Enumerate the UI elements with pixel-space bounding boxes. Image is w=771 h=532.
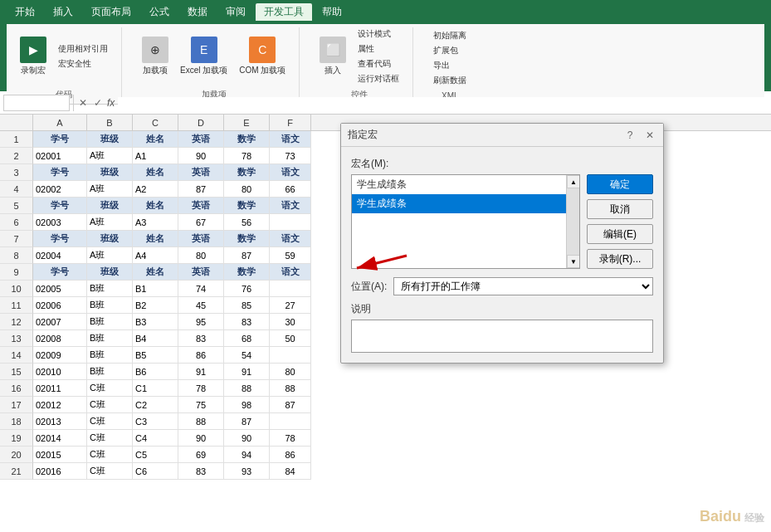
- cell-6-C[interactable]: A3: [133, 214, 178, 231]
- tab-layout[interactable]: 页面布局: [83, 3, 139, 21]
- cell-17-F[interactable]: 87: [270, 397, 311, 413]
- cell-3-F[interactable]: 语文: [270, 164, 311, 181]
- cell-4-C[interactable]: A2: [133, 181, 178, 198]
- cell-11-D[interactable]: 45: [178, 297, 224, 314]
- view-code-btn[interactable]: 查看代码: [354, 57, 403, 71]
- cell-21-F[interactable]: 84: [270, 463, 311, 480]
- cell-8-A[interactable]: 02004: [33, 247, 87, 264]
- cell-16-F[interactable]: 88: [270, 380, 311, 397]
- cell-7-F[interactable]: 语文: [270, 231, 311, 247]
- design-mode-btn[interactable]: 设计模式: [354, 27, 403, 41]
- dialog-help-btn[interactable]: ?: [623, 129, 637, 142]
- cell-7-D[interactable]: 英语: [178, 231, 224, 247]
- run-dialog-btn[interactable]: 运行对话框: [354, 72, 403, 85]
- location-select[interactable]: 所有打开的工作簿: [393, 277, 653, 295]
- table-row[interactable]: 02011C班C1788888: [33, 380, 771, 397]
- cell-18-C[interactable]: C3: [133, 413, 178, 430]
- cell-19-C[interactable]: C4: [133, 430, 178, 447]
- cell-15-C[interactable]: B6: [133, 364, 178, 380]
- cell-12-F[interactable]: 30: [270, 314, 311, 330]
- cell-21-E[interactable]: 93: [224, 463, 270, 480]
- cell-17-B[interactable]: C班: [87, 397, 133, 413]
- cancel-button[interactable]: 取消: [587, 199, 653, 219]
- cell-9-C[interactable]: 姓名: [133, 264, 178, 281]
- cell-6-F[interactable]: [270, 214, 311, 231]
- excel-addins-btn[interactable]: E Excel 加载项: [177, 35, 231, 78]
- dialog-close-btn[interactable]: ✕: [643, 129, 656, 142]
- cell-2-F[interactable]: 73: [270, 148, 311, 164]
- properties-btn[interactable]: 属性: [354, 42, 403, 56]
- cell-13-C[interactable]: B4: [133, 330, 178, 347]
- cell-19-F[interactable]: 78: [270, 430, 311, 447]
- cell-10-C[interactable]: B1: [133, 281, 178, 297]
- cell-19-D[interactable]: 90: [178, 430, 224, 447]
- macro-list-box[interactable]: 学生成绩条学生成绩条 ▲ ▼: [351, 174, 580, 269]
- cell-9-D[interactable]: 英语: [178, 264, 224, 281]
- cell-13-F[interactable]: 50: [270, 330, 311, 347]
- cell-2-E[interactable]: 78: [224, 148, 270, 164]
- table-row[interactable]: 02016C班C6839384: [33, 463, 771, 480]
- col-header-a[interactable]: A: [33, 115, 87, 130]
- xml-source-btn[interactable]: 初始隔离: [430, 29, 470, 42]
- cell-15-A[interactable]: 02010: [33, 364, 87, 380]
- cell-21-B[interactable]: C班: [87, 463, 133, 480]
- cell-3-E[interactable]: 数学: [224, 164, 270, 181]
- cell-5-C[interactable]: 姓名: [133, 198, 178, 214]
- cell-11-E[interactable]: 85: [224, 297, 270, 314]
- cell-19-A[interactable]: 02014: [33, 430, 87, 447]
- cell-13-A[interactable]: 02008: [33, 330, 87, 347]
- cell-5-B[interactable]: 班级: [87, 198, 133, 214]
- cell-20-B[interactable]: C班: [87, 447, 133, 463]
- cell-6-A[interactable]: 02003: [33, 214, 87, 231]
- table-row[interactable]: 02014C班C4909078: [33, 430, 771, 447]
- cell-16-B[interactable]: C班: [87, 380, 133, 397]
- scrollbar-up[interactable]: ▲: [567, 175, 580, 188]
- cell-11-F[interactable]: 27: [270, 297, 311, 314]
- cell-17-E[interactable]: 98: [224, 397, 270, 413]
- cell-16-A[interactable]: 02011: [33, 380, 87, 397]
- cell-16-E[interactable]: 88: [224, 380, 270, 397]
- cell-18-D[interactable]: 88: [178, 413, 224, 430]
- insert-control-btn[interactable]: ⬜ 插入: [316, 35, 349, 78]
- col-header-e[interactable]: E: [224, 115, 270, 130]
- cell-7-E[interactable]: 数学: [224, 231, 270, 247]
- cell-14-A[interactable]: 02009: [33, 347, 87, 364]
- cell-15-B[interactable]: B班: [87, 364, 133, 380]
- cell-18-A[interactable]: 02013: [33, 413, 87, 430]
- relative-ref-btn[interactable]: 使用相对引用: [55, 42, 111, 56]
- cell-13-B[interactable]: B班: [87, 330, 133, 347]
- cell-1-E[interactable]: 数学: [224, 131, 270, 148]
- cell-8-E[interactable]: 87: [224, 247, 270, 264]
- cell-6-E[interactable]: 56: [224, 214, 270, 231]
- cell-20-D[interactable]: 69: [178, 447, 224, 463]
- macro-security-btn[interactable]: 宏安全性: [55, 57, 111, 71]
- cell-15-E[interactable]: 91: [224, 364, 270, 380]
- cell-5-A[interactable]: 学号: [33, 198, 87, 214]
- record-macro-btn[interactable]: ▶ 录制宏: [17, 35, 50, 78]
- cell-12-E[interactable]: 83: [224, 314, 270, 330]
- cell-21-C[interactable]: C6: [133, 463, 178, 480]
- cell-11-A[interactable]: 02006: [33, 297, 87, 314]
- cell-18-E[interactable]: 87: [224, 413, 270, 430]
- cell-2-A[interactable]: 02001: [33, 148, 87, 164]
- cell-12-D[interactable]: 95: [178, 314, 224, 330]
- cell-10-F[interactable]: [270, 281, 311, 297]
- cell-14-E[interactable]: 54: [224, 347, 270, 364]
- cell-19-E[interactable]: 90: [224, 430, 270, 447]
- cell-10-B[interactable]: B班: [87, 281, 133, 297]
- cell-12-C[interactable]: B3: [133, 314, 178, 330]
- cell-3-A[interactable]: 学号: [33, 164, 87, 181]
- name-box[interactable]: [3, 95, 70, 111]
- cell-1-B[interactable]: 班级: [87, 131, 133, 148]
- cell-14-C[interactable]: B5: [133, 347, 178, 364]
- cell-16-D[interactable]: 78: [178, 380, 224, 397]
- cell-17-D[interactable]: 75: [178, 397, 224, 413]
- tab-home[interactable]: 开始: [7, 3, 43, 21]
- table-row[interactable]: 02015C班C5699486: [33, 447, 771, 463]
- cell-7-C[interactable]: 姓名: [133, 231, 178, 247]
- copy-button[interactable]: 录制(R)...: [587, 249, 653, 269]
- cell-17-A[interactable]: 02012: [33, 397, 87, 413]
- cell-20-C[interactable]: C5: [133, 447, 178, 463]
- cell-3-B[interactable]: 班级: [87, 164, 133, 181]
- cell-6-B[interactable]: A班: [87, 214, 133, 231]
